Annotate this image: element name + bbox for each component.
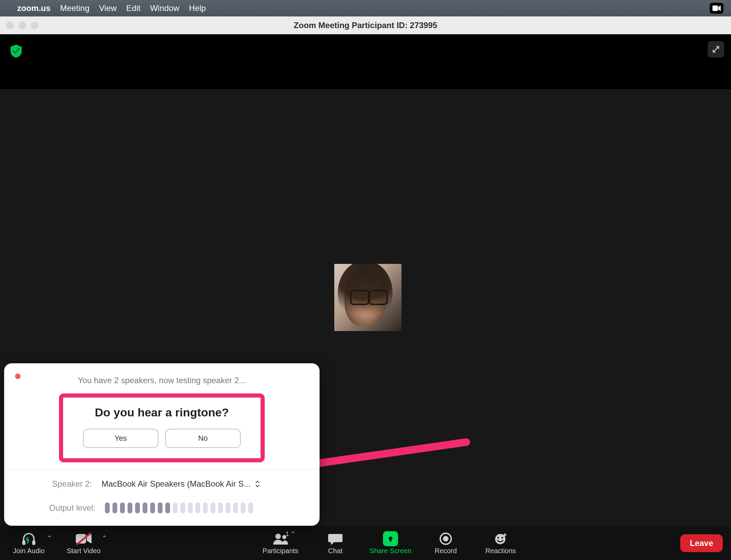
speaker-test-dialog: You have 2 speakers, now testing speaker… <box>4 363 320 526</box>
level-bar <box>218 502 223 513</box>
dialog-question: Do you hear a ringtone? <box>95 406 229 419</box>
enter-fullscreen-button[interactable] <box>708 41 724 58</box>
chevron-up-icon[interactable]: ⌃ <box>290 530 296 538</box>
output-level-label: Output level: <box>44 503 95 513</box>
join-audio-button[interactable]: Join Audio ⌃ <box>8 528 49 558</box>
level-bar <box>143 502 147 513</box>
level-bar <box>135 502 140 513</box>
encryption-shield-icon[interactable] <box>10 45 22 58</box>
window-title-bar: Zoom Meeting Participant ID: 273995 <box>0 16 731 34</box>
svg-point-13 <box>502 537 503 538</box>
level-bar <box>241 502 245 513</box>
level-bar <box>112 502 117 513</box>
level-bar <box>188 502 193 513</box>
smile-plus-icon <box>494 532 507 545</box>
level-bar <box>195 502 200 513</box>
menubar-item-help[interactable]: Help <box>189 3 206 13</box>
svg-line-1 <box>298 442 466 466</box>
reactions-button[interactable]: Reactions <box>480 528 521 558</box>
chevron-updown-icon <box>255 480 260 488</box>
level-bar <box>233 502 238 513</box>
output-level-meter <box>105 502 253 513</box>
menubar-app-name[interactable]: zoom.us <box>17 3 50 13</box>
record-button[interactable]: Record <box>425 528 466 558</box>
highlighted-prompt: Do you hear a ringtone? Yes No <box>59 393 265 462</box>
window-title: Zoom Meeting Participant ID: 273995 <box>0 21 731 30</box>
level-bar <box>226 502 230 513</box>
svg-rect-4 <box>32 540 35 545</box>
svg-rect-0 <box>712 5 718 11</box>
menubar-item-window[interactable]: Window <box>150 3 179 13</box>
leave-button[interactable]: Leave <box>680 534 723 552</box>
yes-button[interactable]: Yes <box>83 429 158 448</box>
close-dot-icon[interactable] <box>15 374 21 379</box>
menubar-item-view[interactable]: View <box>99 3 117 13</box>
chevron-up-icon[interactable]: ⌃ <box>102 534 107 542</box>
meeting-toolbar: Join Audio ⌃ Start Video ⌃ Pa <box>0 526 731 560</box>
camera-status-icon[interactable] <box>710 3 723 14</box>
level-bar <box>150 502 155 513</box>
record-icon <box>439 532 452 545</box>
level-bar <box>120 502 125 513</box>
no-button[interactable]: No <box>165 429 241 448</box>
svg-point-7 <box>275 534 281 539</box>
speaker-select-value: MacBook Air Speakers (MacBook Air S... <box>101 479 251 489</box>
level-bar <box>128 502 132 513</box>
divider <box>4 469 320 470</box>
participants-count: 1 ⌃ <box>286 530 296 538</box>
menubar-item-meeting[interactable]: Meeting <box>60 3 89 13</box>
level-bar <box>211 502 215 513</box>
macos-menu-bar: zoom.us Meeting View Edit Window Help <box>0 0 731 16</box>
speaker-select[interactable]: MacBook Air Speakers (MacBook Air S... <box>101 479 260 489</box>
level-bar <box>248 502 253 513</box>
chat-icon <box>328 533 343 545</box>
svg-rect-3 <box>22 540 25 545</box>
video-off-icon <box>75 533 92 545</box>
level-bar <box>158 502 163 513</box>
start-video-button[interactable]: Start Video ⌃ <box>63 528 104 558</box>
headphones-icon <box>21 532 37 545</box>
menubar-item-edit[interactable]: Edit <box>126 3 140 13</box>
level-bar <box>203 502 208 513</box>
level-bar <box>173 502 178 513</box>
meeting-info-bar <box>0 34 731 89</box>
share-arrow-icon <box>383 531 398 546</box>
svg-point-12 <box>498 537 499 538</box>
chevron-up-icon[interactable]: ⌃ <box>47 534 52 542</box>
svg-point-10 <box>443 536 448 541</box>
speaker-select-label: Speaker 2: <box>47 479 92 489</box>
participants-button[interactable]: Participants 1 ⌃ <box>260 528 301 558</box>
level-bar <box>105 502 110 513</box>
level-bar <box>165 502 170 513</box>
chat-button[interactable]: Chat <box>315 528 356 558</box>
level-bar <box>180 502 185 513</box>
share-screen-button[interactable]: Share Screen <box>370 528 411 558</box>
participant-video-tile[interactable] <box>334 264 402 331</box>
dialog-subtitle: You have 2 speakers, now testing speaker… <box>16 376 307 385</box>
